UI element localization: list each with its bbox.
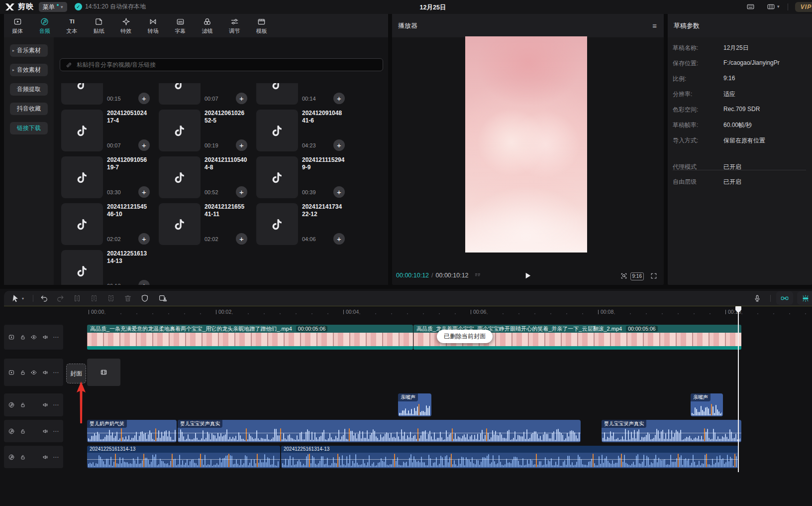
- add-audio-button[interactable]: +: [236, 233, 247, 245]
- add-audio-button[interactable]: +: [138, 93, 150, 104]
- video-clip[interactable]: 高品质_一条充满爱意的龙温柔地裹着两个宝宝_用它的龙头亲昵地蹭了蹭他们_.mp4…: [87, 325, 413, 350]
- param-toggle-row[interactable]: 代理模式已开启: [668, 163, 812, 173]
- add-audio-button[interactable]: +: [138, 186, 150, 198]
- add-audio-button[interactable]: +: [333, 233, 345, 245]
- audio-card[interactable]: 20241212154546-1002:02+: [61, 202, 151, 246]
- speaker-icon[interactable]: [42, 428, 49, 435]
- audio-clip[interactable]: 20241225161314-13: [281, 446, 738, 468]
- chevron-down-icon[interactable]: ▾: [22, 296, 24, 301]
- add-audio-button[interactable]: +: [236, 93, 247, 104]
- audio-card[interactable]: 00:14+: [256, 83, 346, 106]
- split-icon[interactable]: [73, 294, 82, 303]
- audio-card[interactable]: 20241212165541-1102:02+: [159, 202, 248, 246]
- mask-icon[interactable]: [140, 294, 149, 303]
- audio-card[interactable]: 00:15+: [61, 83, 151, 106]
- speaker-icon[interactable]: [42, 454, 49, 461]
- more-icon[interactable]: ⋯: [53, 401, 59, 408]
- playhead-handle[interactable]: [735, 306, 742, 314]
- audio-card[interactable]: 20241211105404-800:52+: [159, 155, 248, 199]
- audio-clip[interactable]: 20241225161314-13: [87, 446, 280, 468]
- lock-icon[interactable]: [19, 369, 26, 376]
- speaker-icon[interactable]: [42, 334, 49, 341]
- preview-axis-icon[interactable]: [797, 291, 812, 305]
- tab-模板[interactable]: 模板: [248, 14, 276, 37]
- shortcut-keys-icon[interactable]: [746, 2, 755, 11]
- auto-snap-icon[interactable]: [776, 291, 793, 305]
- split-left-icon[interactable]: [90, 294, 99, 303]
- audio-card[interactable]: 20241206102652-500:19+: [159, 109, 248, 152]
- select-tool-icon[interactable]: [11, 294, 20, 303]
- tab-文本[interactable]: TI文本: [58, 14, 86, 37]
- ruler-tick: [487, 313, 488, 314]
- more-icon[interactable]: ⋯: [53, 369, 59, 376]
- audio-clip[interactable]: 婴儿宝宝笑声真实: [602, 420, 741, 442]
- sidebar-item-链接下载[interactable]: 链接下载: [10, 122, 48, 134]
- audio-clip[interactable]: 婴儿宝宝笑声真实: [178, 420, 581, 442]
- search-bar[interactable]: [60, 58, 383, 71]
- lock-icon[interactable]: [19, 334, 26, 341]
- redo-icon[interactable]: [56, 294, 65, 303]
- layout-panels-icon[interactable]: [767, 2, 775, 11]
- add-audio-button[interactable]: +: [138, 139, 150, 151]
- more-icon[interactable]: ⋯: [53, 454, 59, 461]
- cover-clip[interactable]: [87, 359, 120, 386]
- divider: [788, 3, 788, 10]
- add-audio-button[interactable]: +: [333, 186, 345, 198]
- mute-clip-icon[interactable]: [158, 294, 167, 303]
- add-audio-button[interactable]: +: [138, 280, 150, 285]
- aspect-ratio-button[interactable]: 9:16: [630, 272, 644, 280]
- more-icon[interactable]: ⋯: [53, 334, 59, 341]
- fullscreen-icon[interactable]: [650, 272, 658, 280]
- sidebar-item-抖音收藏[interactable]: 抖音收藏: [10, 103, 48, 115]
- playhead[interactable]: [738, 307, 739, 472]
- playlist-icon[interactable]: [474, 272, 481, 279]
- tab-音频[interactable]: 音频: [31, 14, 59, 37]
- tab-媒体[interactable]: 媒体: [4, 14, 31, 37]
- audio-card[interactable]: 20241209104841-604:23+: [256, 109, 346, 152]
- more-icon[interactable]: ⋯: [53, 428, 59, 435]
- add-audio-button[interactable]: +: [333, 93, 345, 104]
- audio-card[interactable]: 20241205102417-400:07+: [61, 109, 151, 152]
- delete-icon[interactable]: [123, 294, 132, 303]
- audio-card[interactable]: 20241214173422-1204:06+: [256, 202, 346, 246]
- sidebar-item-音频提取[interactable]: 音频提取: [10, 83, 48, 96]
- undo-icon[interactable]: [40, 294, 49, 303]
- audio-clip[interactable]: 亲嘴声: [691, 393, 723, 416]
- timeline-ruler[interactable]: 00:0000:0200:0400:0600:0800:10: [0, 307, 812, 320]
- eye-icon[interactable]: [30, 369, 37, 376]
- lock-icon[interactable]: [19, 401, 26, 408]
- add-audio-button[interactable]: +: [138, 233, 150, 245]
- speaker-icon[interactable]: [42, 401, 49, 408]
- sidebar-item-音效素材[interactable]: ▸音效素材: [10, 64, 48, 76]
- tab-调节[interactable]: 调节: [221, 14, 248, 37]
- search-input[interactable]: [76, 61, 378, 69]
- lock-icon[interactable]: [19, 428, 26, 435]
- audio-clip[interactable]: 亲嘴声: [398, 393, 431, 416]
- chevron-down-icon[interactable]: ▾: [777, 4, 780, 9]
- param-toggle-row[interactable]: 自由层级已开启: [668, 178, 812, 188]
- audio-card[interactable]: 20241225161314-1300:13+: [61, 249, 151, 285]
- add-audio-button[interactable]: +: [333, 139, 345, 151]
- vip-button[interactable]: VIP: [795, 2, 812, 12]
- add-audio-button[interactable]: +: [236, 186, 247, 198]
- tab-滤镜[interactable]: 滤镜: [194, 14, 221, 37]
- tab-贴纸[interactable]: 贴纸: [86, 14, 113, 37]
- add-audio-button[interactable]: +: [236, 139, 247, 151]
- sidebar-item-音乐素材[interactable]: ▸音乐素材: [10, 44, 48, 57]
- zoom-frame-icon[interactable]: [620, 272, 628, 280]
- cover-button[interactable]: 封面: [66, 364, 86, 383]
- audio-card[interactable]: 20241209105619-703:30+: [61, 155, 151, 199]
- tab-字幕[interactable]: 字幕: [167, 14, 194, 37]
- record-audio-icon[interactable]: [753, 294, 762, 303]
- player-menu-icon[interactable]: ≡: [652, 21, 657, 30]
- tab-转场[interactable]: 转场: [140, 14, 167, 37]
- audio-card[interactable]: 00:07+: [159, 83, 248, 106]
- audio-clip[interactable]: 婴儿奶声奶气笑: [87, 420, 177, 442]
- lock-icon[interactable]: [19, 454, 26, 461]
- split-right-icon[interactable]: [106, 294, 115, 303]
- play-button[interactable]: [523, 271, 532, 280]
- tab-特效[interactable]: 特效: [112, 14, 140, 37]
- audio-card[interactable]: 20241211152949-900:39+: [256, 155, 346, 199]
- eye-icon[interactable]: [30, 334, 37, 341]
- speaker-icon[interactable]: [42, 369, 49, 376]
